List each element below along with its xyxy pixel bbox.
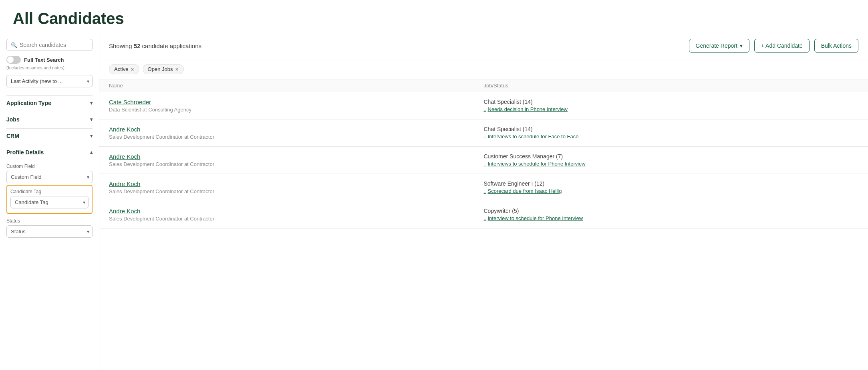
- table-row: Andre Koch Sales Development Coordinator…: [99, 201, 868, 228]
- filter-profile-details: Profile Details ▴ Custom Field Custom Fi…: [6, 145, 93, 238]
- filter-crm: CRM ▾: [6, 128, 93, 143]
- active-filters-bar: Active × Open Jobs ×: [99, 59, 868, 79]
- table-row: Andre Koch Sales Development Coordinator…: [99, 147, 868, 174]
- candidate-sub: Sales Development Coordinator at Contrac…: [109, 161, 484, 167]
- candidate-sub: Sales Development Coordinator at Contrac…: [109, 216, 484, 222]
- profile-details-chevron-icon: ▴: [90, 150, 93, 155]
- job-title: Copywriter (5): [484, 208, 859, 214]
- table-header: Name Job/Status: [99, 79, 868, 92]
- filter-jobs-header[interactable]: Jobs ▾: [6, 112, 93, 127]
- full-text-search-toggle[interactable]: [6, 56, 21, 64]
- candidate-tag-section: Candidate Tag Candidate Tag ▾: [6, 185, 93, 214]
- open-jobs-filter-remove[interactable]: ×: [175, 67, 178, 72]
- filter-jobs: Jobs ▾: [6, 112, 93, 127]
- job-status-text: Scorecard due from Isaac Hellig: [488, 188, 562, 194]
- custom-field-section: Custom Field Custom Field ▾: [6, 164, 93, 183]
- crm-chevron-icon: ▾: [90, 133, 93, 139]
- full-text-search-label: Full Text Search: [24, 57, 64, 63]
- active-filter-tag: Active ×: [109, 64, 139, 74]
- jobs-chevron-icon: ▾: [90, 117, 93, 122]
- job-status-link[interactable]: ↓ Needs decision in Phone Interview: [484, 106, 859, 112]
- generate-report-chevron-icon: ▾: [740, 42, 743, 49]
- filter-application-type-label: Application Type: [6, 100, 51, 106]
- generate-report-label: Generate Report: [696, 42, 737, 49]
- status-field-section: Status Status ▾: [6, 218, 93, 238]
- search-input[interactable]: [20, 42, 88, 48]
- custom-field-dropdown-wrap: Custom Field ▾: [6, 171, 93, 183]
- col-job-status-header: Job/Status: [484, 83, 859, 89]
- job-status-link[interactable]: ↓ Interviews to schedule for Phone Inter…: [484, 161, 859, 167]
- bulk-actions-button[interactable]: Bulk Actions: [814, 39, 858, 53]
- full-text-search-sub: (Includes resumes and notes): [6, 65, 93, 70]
- candidate-tag-dropdown-wrap: Candidate Tag ▾: [10, 196, 89, 208]
- job-status-cell: Chat Specialist (14) ↓ Needs decision in…: [484, 99, 859, 112]
- candidate-info-cell: Andre Koch Sales Development Coordinator…: [109, 126, 484, 140]
- filter-profile-details-label: Profile Details: [6, 149, 44, 156]
- search-box: 🔍: [6, 39, 93, 51]
- search-icon: 🔍: [11, 42, 17, 48]
- table-row: Andre Koch Sales Development Coordinator…: [99, 119, 868, 147]
- candidate-tag-select[interactable]: Candidate Tag: [10, 196, 89, 208]
- candidate-sub: Sales Development Coordinator at Contrac…: [109, 188, 484, 194]
- status-arrow-icon: ↓: [484, 188, 486, 194]
- add-candidate-button[interactable]: + Add Candidate: [754, 39, 810, 53]
- job-title: Chat Specialist (14): [484, 126, 859, 132]
- application-type-chevron-icon: ▾: [90, 100, 93, 106]
- custom-field-label: Custom Field: [6, 164, 93, 169]
- job-title: Software Engineer I (12): [484, 180, 859, 187]
- generate-report-button[interactable]: Generate Report ▾: [689, 39, 749, 53]
- job-status-link[interactable]: ↓ Interviews to schedule for Face to Fac…: [484, 133, 859, 140]
- open-jobs-filter-tag: Open Jobs ×: [143, 64, 184, 74]
- active-filter-label: Active: [114, 66, 128, 72]
- status-field-label: Status: [6, 218, 93, 224]
- sort-select[interactable]: Last Activity (new to ...: [6, 75, 93, 87]
- add-candidate-label: + Add Candidate: [761, 42, 803, 49]
- active-filter-remove[interactable]: ×: [131, 67, 134, 72]
- candidate-sub: Data Scientist at Consulting Agency: [109, 107, 484, 113]
- candidate-name[interactable]: Andre Koch: [109, 153, 484, 160]
- candidate-info-cell: Andre Koch Sales Development Coordinator…: [109, 153, 484, 167]
- sort-dropdown-wrap: Last Activity (new to ... ▾: [6, 75, 93, 87]
- job-title: Chat Specialist (14): [484, 99, 859, 105]
- page-title: All Candidates: [13, 10, 855, 28]
- candidate-name[interactable]: Cate Schroeder: [109, 99, 484, 105]
- candidate-info-cell: Cate Schroeder Data Scientist at Consult…: [109, 99, 484, 113]
- status-dropdown-wrap: Status ▾: [6, 225, 93, 238]
- job-status-text: Needs decision in Phone Interview: [488, 106, 568, 112]
- custom-field-select[interactable]: Custom Field: [6, 171, 93, 183]
- col-name-header: Name: [109, 83, 484, 89]
- job-status-text: Interview to schedule for Phone Intervie…: [488, 215, 583, 221]
- status-arrow-icon: ↓: [484, 161, 486, 167]
- main-content: Showing 52 candidate applications Genera…: [99, 32, 868, 370]
- filter-jobs-label: Jobs: [6, 116, 20, 123]
- job-status-cell: Software Engineer I (12) ↓ Scorecard due…: [484, 180, 859, 194]
- content-toolbar: Showing 52 candidate applications Genera…: [99, 32, 868, 59]
- candidate-name[interactable]: Andre Koch: [109, 180, 484, 187]
- filter-crm-header[interactable]: CRM ▾: [6, 128, 93, 143]
- job-status-cell: Chat Specialist (14) ↓ Interviews to sch…: [484, 126, 859, 140]
- status-arrow-icon: ↓: [484, 107, 486, 112]
- job-status-cell: Customer Success Manager (7) ↓ Interview…: [484, 153, 859, 167]
- candidate-name[interactable]: Andre Koch: [109, 126, 484, 133]
- job-title: Customer Success Manager (7): [484, 153, 859, 160]
- candidate-name[interactable]: Andre Koch: [109, 208, 484, 214]
- candidate-sub: Sales Development Coordinator at Contrac…: [109, 134, 484, 140]
- filter-application-type-header[interactable]: Application Type ▾: [6, 95, 93, 110]
- candidate-tag-label: Candidate Tag: [10, 189, 89, 194]
- sidebar: 🔍 Full Text Search (Includes resumes and…: [0, 32, 99, 370]
- status-select[interactable]: Status: [6, 225, 93, 238]
- toolbar-actions: Generate Report ▾ + Add Candidate Bulk A…: [689, 39, 858, 53]
- status-arrow-icon: ↓: [484, 216, 486, 221]
- open-jobs-filter-label: Open Jobs: [148, 66, 173, 72]
- filter-application-type: Application Type ▾: [6, 95, 93, 110]
- candidate-info-cell: Andre Koch Sales Development Coordinator…: [109, 208, 484, 222]
- filter-profile-details-header[interactable]: Profile Details ▴: [6, 145, 93, 160]
- showing-text: Showing 52 candidate applications: [109, 42, 201, 49]
- candidate-count: 52: [134, 42, 141, 49]
- job-status-link[interactable]: ↓ Interview to schedule for Phone Interv…: [484, 215, 859, 221]
- table-row: Cate Schroeder Data Scientist at Consult…: [99, 92, 868, 119]
- job-status-text: Interviews to schedule for Face to Face: [488, 133, 579, 140]
- job-status-link[interactable]: ↓ Scorecard due from Isaac Hellig: [484, 188, 859, 194]
- bulk-actions-label: Bulk Actions: [821, 42, 852, 49]
- full-text-search-row: Full Text Search: [6, 56, 93, 64]
